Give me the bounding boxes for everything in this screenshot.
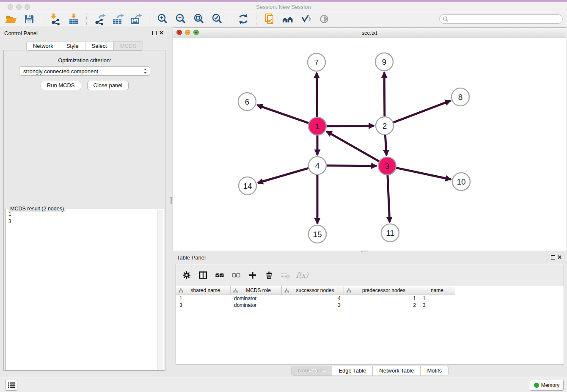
cell-shared-name[interactable]: 3 <box>176 302 231 309</box>
maximize-window-button[interactable] <box>25 4 30 10</box>
column-header-successor-nodes[interactable]: successor nodes <box>282 286 344 295</box>
show-all-views-icon[interactable] <box>281 13 295 25</box>
cell-successor-nodes[interactable]: 4 <box>282 295 344 302</box>
zoom-selected-icon[interactable] <box>210 13 224 25</box>
network-canvas[interactable]: 7968124314101511 <box>173 38 566 251</box>
import-table-icon[interactable] <box>67 13 80 25</box>
mcds-result-lines: 1 3 <box>6 211 157 225</box>
search-input[interactable] <box>449 15 562 23</box>
edge-3-11[interactable] <box>388 174 390 222</box>
close-table-panel-icon[interactable]: ✕ <box>557 255 562 260</box>
table-header-row: shared name MCDS role successor nodes pr… <box>176 286 564 295</box>
edge-2-3[interactable] <box>385 134 386 155</box>
criterion-select[interactable]: strongly connected component <box>19 66 150 76</box>
float-table-panel-icon[interactable] <box>551 255 555 259</box>
cell-mcds-role[interactable]: dominator <box>231 302 282 309</box>
create-column-icon[interactable] <box>248 270 258 280</box>
tab-style[interactable]: Style <box>60 41 85 51</box>
select-all-icon[interactable] <box>215 270 225 280</box>
cell-mcds-role[interactable]: dominator <box>231 295 282 302</box>
column-header-shared-name[interactable]: shared name <box>176 286 231 295</box>
column-header-predecessor-nodes[interactable]: predecessor nodes <box>344 286 419 295</box>
edge-2-8[interactable] <box>392 101 451 123</box>
edge-1-6[interactable] <box>257 105 310 124</box>
main-toolbar <box>0 12 567 26</box>
vertical-splitter-handle[interactable] <box>170 197 172 204</box>
cell-name[interactable]: 3 <box>419 302 455 309</box>
result-line: 1 <box>8 211 157 218</box>
export-table-icon[interactable] <box>111 13 125 25</box>
tab-network-table[interactable]: Network Table <box>372 366 420 375</box>
frame-close-icon[interactable]: ✕ <box>176 30 182 35</box>
birds-eye-view-icon[interactable] <box>317 13 331 25</box>
zoom-out-icon[interactable] <box>174 13 187 25</box>
node-label-14: 14 <box>243 182 252 190</box>
apply-layout-icon[interactable] <box>237 13 250 25</box>
task-history-button[interactable] <box>5 380 17 391</box>
zoom-fit-icon[interactable] <box>192 13 206 25</box>
mcds-result-box: MCDS result (2 nodes) 1 3 <box>5 209 164 371</box>
table-panel-title: Table Panel <box>177 254 206 261</box>
tab-select[interactable]: Select <box>85 41 114 51</box>
export-image-icon[interactable] <box>129 13 143 25</box>
cell-name[interactable]: 1 <box>419 295 455 302</box>
table-row[interactable]: 3 dominator 3 2 3 <box>176 302 564 309</box>
tab-mcds[interactable]: MCDS <box>114 41 143 51</box>
frame-minimize-icon[interactable]: − <box>185 30 190 35</box>
frame-maximize-icon[interactable]: + <box>193 30 199 35</box>
graphics-details-icon[interactable] <box>299 13 313 25</box>
tab-edge-table[interactable]: Edge Table <box>332 366 372 375</box>
result-line: 3 <box>8 218 157 225</box>
edge-4-14[interactable] <box>258 168 310 183</box>
node-label-8: 8 <box>458 93 463 102</box>
float-panel-icon[interactable] <box>152 31 157 35</box>
node-label-3: 3 <box>385 162 390 171</box>
edge-4-3[interactable] <box>325 166 377 166</box>
edge-3-10[interactable] <box>395 168 451 179</box>
cell-predecessor-nodes[interactable]: 1 <box>344 295 419 302</box>
network-from-file-icon[interactable] <box>263 13 276 25</box>
cell-shared-name[interactable]: 1 <box>176 295 231 302</box>
network-graph[interactable]: 7968124314101511 <box>173 38 566 251</box>
cell-predecessor-nodes[interactable]: 2 <box>344 302 419 309</box>
search-field[interactable] <box>439 14 563 24</box>
minimize-window-button[interactable] <box>16 4 22 10</box>
horizontal-splitter-handle[interactable] <box>361 251 368 252</box>
function-builder-icon[interactable]: f(x) <box>297 270 307 280</box>
edge-1-2[interactable] <box>325 126 374 126</box>
column-type-icon <box>233 288 238 293</box>
show-hide-columns-icon[interactable] <box>198 270 208 280</box>
select-stepper-icon <box>143 68 147 74</box>
open-file-icon[interactable] <box>4 13 18 25</box>
export-network-icon[interactable] <box>93 13 107 25</box>
close-window-button[interactable] <box>8 4 13 10</box>
tab-motifs[interactable]: Motifs <box>420 366 448 375</box>
save-session-icon[interactable] <box>22 13 36 25</box>
memory-button[interactable]: Memory <box>530 380 564 391</box>
destroy-table-icon[interactable] <box>281 270 291 280</box>
close-panel-icon[interactable]: ✕ <box>159 30 164 36</box>
import-network-icon[interactable] <box>49 13 62 25</box>
edge-1-7[interactable] <box>317 73 317 118</box>
edge-3-1[interactable] <box>327 131 380 162</box>
table-row[interactable]: 1 dominator 4 1 1 <box>176 295 564 302</box>
delete-column-icon[interactable] <box>264 270 274 280</box>
deselect-all-icon[interactable] <box>231 270 241 280</box>
column-header-name[interactable]: name <box>419 286 455 295</box>
zoom-in-icon[interactable] <box>156 13 169 25</box>
cell-successor-nodes[interactable]: 3 <box>282 302 344 309</box>
table-settings-icon[interactable] <box>182 270 192 280</box>
control-panel-tabs: Network Style Select MCDS <box>0 41 169 51</box>
close-panel-button[interactable]: Close panel <box>87 81 129 90</box>
column-header-mcds-role[interactable]: MCDS role <box>231 286 282 295</box>
toolbar-separator <box>230 14 231 25</box>
node-label-9: 9 <box>382 58 387 66</box>
table-tabs: Node Table Edge Table Network Table Moti… <box>173 366 567 376</box>
edge-2-9[interactable] <box>384 72 385 118</box>
run-mcds-button[interactable]: Run MCDS <box>41 81 81 90</box>
tab-network[interactable]: Network <box>26 41 60 51</box>
network-frame-titlebar[interactable]: scc.txt ✕ − + <box>173 28 566 38</box>
result-scrollbar[interactable] <box>157 210 163 370</box>
mcds-buttons-row: Run MCDS Close panel <box>0 81 169 90</box>
tab-node-table[interactable]: Node Table <box>292 366 332 375</box>
